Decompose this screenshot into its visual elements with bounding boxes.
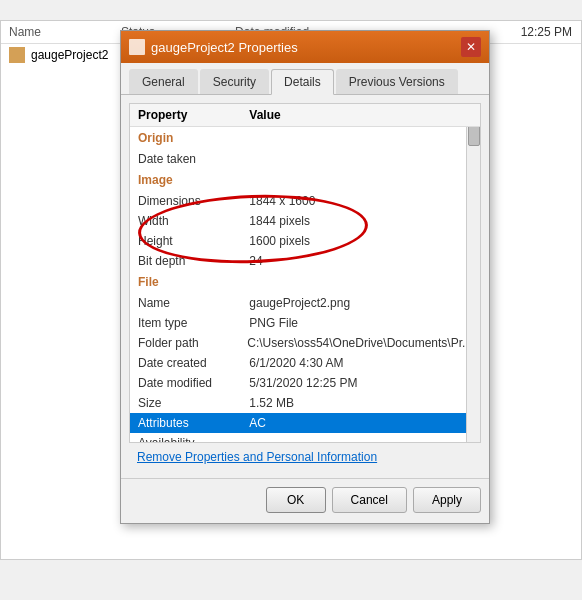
properties-dialog: gaugeProject2 Properties ✕ General Secur… [120, 30, 490, 524]
prop-dimensions: Dimensions [138, 194, 249, 208]
tab-details[interactable]: Details [271, 69, 334, 95]
header-property: Property [138, 108, 249, 122]
tab-security[interactable]: Security [200, 69, 269, 94]
file-name: gaugeProject2 [31, 48, 108, 62]
val-width: 1844 pixels [249, 214, 472, 228]
dialog-title-icon [129, 39, 145, 55]
table-row: Folder path C:\Users\oss54\OneDrive\Docu… [130, 333, 480, 353]
scrollbar[interactable] [466, 104, 480, 442]
table-row: Date modified 5/31/2020 12:25 PM [130, 373, 480, 393]
table-row-selected[interactable]: Attributes AC [130, 413, 480, 433]
table-row: Name gaugeProject2.png [130, 293, 480, 313]
section-image: Image [130, 169, 480, 191]
dialog-close-button[interactable]: ✕ [461, 37, 481, 57]
file-icon [9, 47, 25, 63]
table-row: Size 1.52 MB [130, 393, 480, 413]
cancel-button[interactable]: Cancel [332, 487, 407, 513]
col-name: Name [9, 25, 41, 39]
table-header: Property Value [130, 104, 480, 127]
apply-button[interactable]: Apply [413, 487, 481, 513]
tab-previous-versions[interactable]: Previous Versions [336, 69, 458, 94]
prop-height: Height [138, 234, 249, 248]
ok-button[interactable]: OK [266, 487, 326, 513]
desktop: Name Status Date modified gaugeProject2 … [0, 0, 582, 600]
prop-date-taken: Date taken [138, 152, 249, 166]
prop-bit-depth: Bit depth [138, 254, 249, 268]
val-height: 1600 pixels [249, 234, 472, 248]
table-row: Bit depth 24 [130, 251, 480, 271]
dialog-titlebar: gaugeProject2 Properties ✕ [121, 31, 489, 63]
val-dimensions: 1844 x 1600 [249, 194, 472, 208]
section-file: File [130, 271, 480, 293]
remove-properties-link[interactable]: Remove Properties and Personal Informati… [137, 450, 377, 464]
tab-general[interactable]: General [129, 69, 198, 94]
val-date-taken [249, 152, 472, 166]
prop-width: Width [138, 214, 249, 228]
table-row: Dimensions 1844 x 1600 [130, 191, 480, 211]
link-area: Remove Properties and Personal Informati… [129, 443, 481, 470]
section-origin: Origin [130, 127, 480, 149]
table-row: Date taken [130, 149, 480, 169]
dialog-buttons: OK Cancel Apply [121, 478, 489, 523]
table-row: Height 1600 pixels [130, 231, 480, 251]
properties-table[interactable]: Property Value Origin Date taken Image D… [129, 103, 481, 443]
table-row: Item type PNG File [130, 313, 480, 333]
desktop-time: 12:25 PM [521, 25, 572, 39]
table-row: Date created 6/1/2020 4:30 AM [130, 353, 480, 373]
table-row: Width 1844 pixels [130, 211, 480, 231]
dialog-title-text: gaugeProject2 Properties [151, 40, 298, 55]
table-row: Availability [130, 433, 480, 443]
dialog-tabs: General Security Details Previous Versio… [121, 63, 489, 95]
val-bit-depth: 24 [249, 254, 472, 268]
dialog-content: Property Value Origin Date taken Image D… [121, 95, 489, 478]
header-value: Value [249, 108, 472, 122]
dialog-title: gaugeProject2 Properties [129, 39, 298, 55]
